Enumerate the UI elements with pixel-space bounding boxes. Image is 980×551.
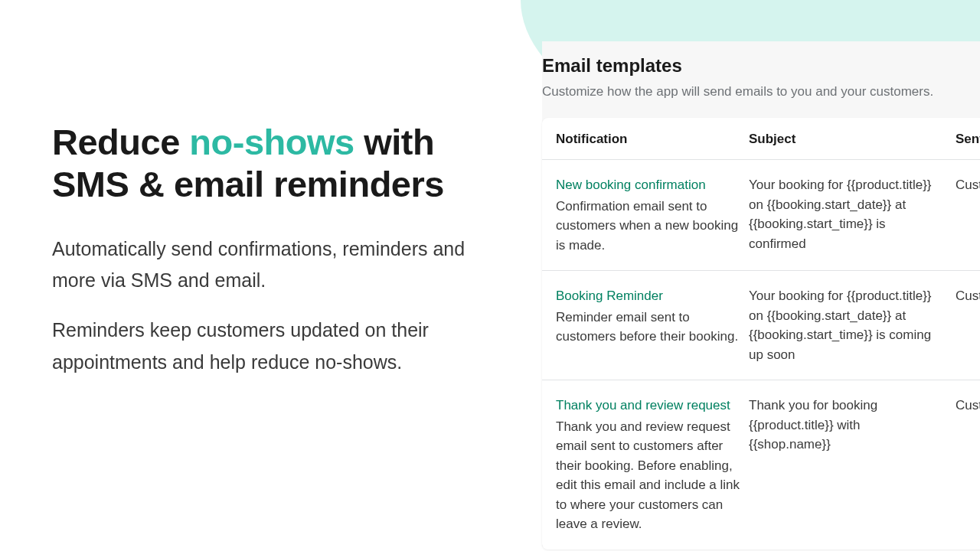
sent-cell: Cust bbox=[942, 175, 980, 195]
notification-description: Reminder email sent to customers before … bbox=[556, 308, 749, 347]
templates-table: Notification Subject Sent New booking co… bbox=[542, 118, 980, 549]
table-header: Notification Subject Sent bbox=[542, 118, 980, 160]
column-header-subject: Subject bbox=[749, 132, 942, 147]
column-header-notification: Notification bbox=[556, 132, 749, 147]
panel-title: Email templates bbox=[542, 55, 980, 77]
column-header-sent: Sent bbox=[942, 132, 980, 147]
table-row[interactable]: Booking Reminder Reminder email sent to … bbox=[542, 271, 980, 380]
headline-highlight: no-shows bbox=[189, 122, 354, 162]
subject-text: Your booking for {{product.title}} on {{… bbox=[749, 175, 942, 253]
notification-description: Confirmation email sent to customers whe… bbox=[556, 197, 749, 256]
notification-title[interactable]: Booking Reminder bbox=[556, 286, 749, 306]
sent-cell: Cust bbox=[942, 396, 980, 416]
subject-text: Thank you for booking {{product.title}} … bbox=[749, 396, 942, 455]
subject-text: Your booking for {{product.title}} on {{… bbox=[749, 286, 942, 364]
subject-cell: Thank you for booking {{product.title}} … bbox=[749, 396, 942, 455]
notification-title[interactable]: New booking confirmation bbox=[556, 175, 749, 195]
sent-cell: Cust bbox=[942, 286, 980, 306]
hero-section: Reduce no-shows with SMS & email reminde… bbox=[52, 121, 481, 378]
notification-description: Thank you and review request email sent … bbox=[556, 417, 749, 534]
email-templates-panel: Email templates Customize how the app wi… bbox=[542, 41, 980, 546]
notification-title[interactable]: Thank you and review request bbox=[556, 396, 749, 416]
sent-text: Cust bbox=[956, 286, 980, 306]
hero-headline: Reduce no-shows with SMS & email reminde… bbox=[52, 121, 481, 206]
notification-cell: Thank you and review request Thank you a… bbox=[556, 396, 749, 534]
notification-cell: Booking Reminder Reminder email sent to … bbox=[556, 286, 749, 364]
sent-text: Cust bbox=[956, 175, 980, 195]
hero-paragraph-2: Reminders keep customers updated on thei… bbox=[52, 315, 481, 378]
subject-cell: Your booking for {{product.title}} on {{… bbox=[749, 175, 942, 253]
headline-pre: Reduce bbox=[52, 122, 189, 162]
table-row[interactable]: New booking confirmation Confirmation em… bbox=[542, 160, 980, 271]
sent-text: Cust bbox=[956, 396, 980, 416]
panel-subtitle: Customize how the app will send emails t… bbox=[542, 84, 980, 99]
table-row[interactable]: Thank you and review request Thank you a… bbox=[542, 380, 980, 549]
hero-paragraph-1: Automatically send confirmations, remind… bbox=[52, 233, 481, 297]
notification-cell: New booking confirmation Confirmation em… bbox=[556, 175, 749, 255]
subject-cell: Your booking for {{product.title}} on {{… bbox=[749, 286, 942, 364]
